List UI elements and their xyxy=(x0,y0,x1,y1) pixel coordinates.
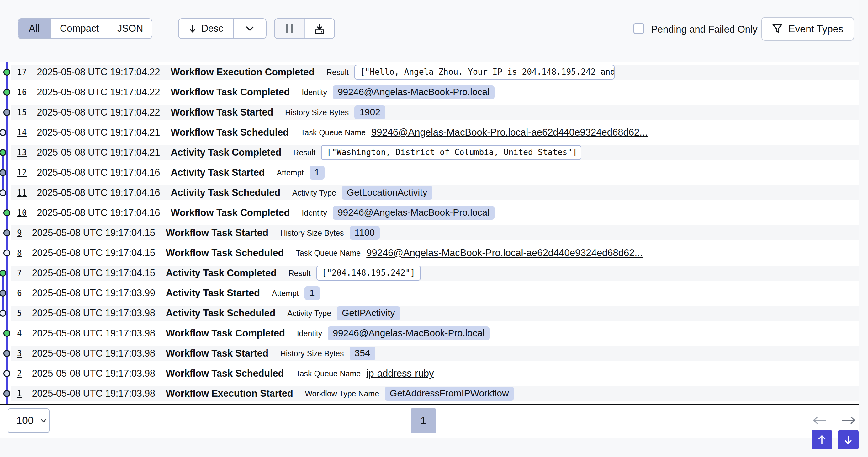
event-detail-value-code: ["204.148.195.242"] xyxy=(316,265,421,281)
timeline-dot-scheduled xyxy=(3,250,10,256)
event-detail-label: Identity xyxy=(297,329,322,338)
event-id-link[interactable]: 3 xyxy=(17,349,22,358)
scroll-to-bottom-button[interactable] xyxy=(838,430,859,450)
event-id-link[interactable]: 2 xyxy=(17,369,22,378)
event-detail-value-link[interactable]: 99246@Angelas-MacBook-Pro.local-ae62d440… xyxy=(371,127,648,138)
event-detail-value-badge: GetAddressFromIPWorkflow xyxy=(385,387,514,400)
event-detail-label: Result xyxy=(288,269,311,278)
event-id-link[interactable]: 16 xyxy=(17,88,27,97)
event-name: Workflow Task Started xyxy=(170,107,273,118)
event-detail-value-badge: 1100 xyxy=(350,226,380,240)
workflow-history-page: { "toolbar": { "view_tabs": [ {"label": … xyxy=(0,0,868,457)
timeline-graph xyxy=(0,62,11,404)
event-id-link[interactable]: 8 xyxy=(17,248,22,258)
event-row[interactable]: 52025-05-08 UTC 19:17:03.98Activity Task… xyxy=(11,303,859,323)
event-id-link[interactable]: 1 xyxy=(17,389,22,398)
event-detail-value-code: ["Washington, District of Columbia, Unit… xyxy=(321,145,581,160)
sort-desc-button[interactable]: Desc xyxy=(179,19,233,38)
event-detail-value-badge: 1 xyxy=(305,286,320,300)
event-detail-value-badge: 99246@Angelas-MacBook-Pro.local xyxy=(333,85,495,99)
event-row[interactable]: 82025-05-08 UTC 19:17:04.15Workflow Task… xyxy=(11,243,859,263)
event-detail-value-badge: 354 xyxy=(350,346,375,360)
event-id-link[interactable]: 10 xyxy=(17,208,27,218)
event-detail-label: Attempt xyxy=(272,289,299,298)
event-row[interactable]: 102025-05-08 UTC 19:17:04.16Workflow Tas… xyxy=(11,203,859,223)
previous-page-arrow[interactable] xyxy=(812,416,827,425)
tab-all[interactable]: All xyxy=(18,19,50,38)
scroll-to-top-button[interactable] xyxy=(811,430,832,450)
event-id-link[interactable]: 15 xyxy=(17,108,27,117)
event-name: Workflow Execution Completed xyxy=(170,66,314,78)
event-row[interactable]: 42025-05-08 UTC 19:17:03.98Workflow Task… xyxy=(11,323,859,343)
event-detail-label: Task Queue Name xyxy=(296,249,361,258)
event-timestamp: 2025-05-08 UTC 19:17:04.15 xyxy=(32,247,155,259)
download-button[interactable] xyxy=(305,19,334,38)
event-id-link[interactable]: 6 xyxy=(17,288,22,298)
history-toolbar: All Compact JSON Desc xyxy=(0,0,859,61)
event-row[interactable]: 122025-05-08 UTC 19:17:04.16Activity Tas… xyxy=(11,163,859,183)
event-id-link[interactable]: 5 xyxy=(17,309,22,318)
event-row[interactable]: 162025-05-08 UTC 19:17:04.22Workflow Tas… xyxy=(11,82,859,102)
event-detail-label: History Size Bytes xyxy=(285,108,349,117)
timeline-dot-started xyxy=(3,350,10,357)
event-timestamp: 2025-05-08 UTC 19:17:04.16 xyxy=(37,207,160,219)
page-size-value: 100 xyxy=(16,415,34,427)
arrow-down-icon xyxy=(844,435,852,445)
event-id-link[interactable]: 13 xyxy=(17,148,27,157)
event-row[interactable]: 32025-05-08 UTC 19:17:03.98Workflow Task… xyxy=(11,343,859,364)
event-row[interactable]: 112025-05-08 UTC 19:17:04.16Activity Tas… xyxy=(11,183,859,203)
event-id-link[interactable]: 12 xyxy=(17,168,27,177)
event-id-link[interactable]: 11 xyxy=(17,188,27,197)
event-row[interactable]: 12025-05-08 UTC 19:17:03.98Workflow Exec… xyxy=(11,383,859,404)
event-id-link[interactable]: 9 xyxy=(17,228,22,237)
event-detail-label: Task Queue Name xyxy=(301,128,366,137)
chevron-down-icon xyxy=(246,26,254,31)
event-detail-value-link[interactable]: ip-address-ruby xyxy=(366,368,434,379)
event-id-link[interactable]: 7 xyxy=(17,268,22,278)
event-detail-label: History Size Bytes xyxy=(280,229,344,237)
event-name: Activity Task Scheduled xyxy=(166,308,276,319)
event-detail-value-badge: 1902 xyxy=(354,106,385,119)
event-row[interactable]: 172025-05-08 UTC 19:17:04.22Workflow Exe… xyxy=(11,62,859,82)
event-detail-value-link[interactable]: 99246@Angelas-MacBook-Pro.local-ae62d440… xyxy=(366,247,643,259)
event-timestamp: 2025-05-08 UTC 19:17:04.21 xyxy=(37,147,160,158)
next-page-arrow[interactable] xyxy=(841,416,856,425)
event-detail-label: Activity Type xyxy=(287,309,331,318)
event-name: Activity Task Completed xyxy=(170,147,281,158)
event-name: Activity Task Scheduled xyxy=(170,187,280,198)
event-id-link[interactable]: 4 xyxy=(17,329,22,338)
pending-failed-checkbox[interactable] xyxy=(633,23,644,34)
page-size-select[interactable]: 100 xyxy=(7,408,50,433)
page-number-button[interactable]: 1 xyxy=(411,408,436,433)
event-row[interactable]: 62025-05-08 UTC 19:17:03.99Activity Task… xyxy=(11,283,859,303)
timeline-dot-completed xyxy=(3,89,10,96)
event-name: Workflow Task Started xyxy=(166,227,269,238)
tab-json[interactable]: JSON xyxy=(108,19,152,38)
event-row[interactable]: 142025-05-08 UTC 19:17:04.21Workflow Tas… xyxy=(11,122,859,143)
event-row[interactable]: 92025-05-08 UTC 19:17:04.15Workflow Task… xyxy=(11,223,859,243)
event-name: Activity Task Started xyxy=(166,287,260,299)
event-name: Workflow Execution Started xyxy=(166,388,293,399)
sort-descending-arrow-icon xyxy=(189,24,196,33)
event-detail-value-badge: 99246@Angelas-MacBook-Pro.local xyxy=(328,326,490,340)
event-row[interactable]: 22025-05-08 UTC 19:17:03.98Workflow Task… xyxy=(11,364,859,383)
event-row[interactable]: 72025-05-08 UTC 19:17:04.15Activity Task… xyxy=(11,263,859,283)
event-detail-value-badge: GetLocationActivity xyxy=(342,186,432,200)
view-mode-tabs: All Compact JSON xyxy=(18,18,152,39)
event-id-link[interactable]: 17 xyxy=(17,67,27,77)
event-name: Workflow Task Completed xyxy=(170,87,290,98)
event-row[interactable]: 152025-05-08 UTC 19:17:04.22Workflow Tas… xyxy=(11,102,859,122)
event-detail-label: Attempt xyxy=(277,168,304,177)
event-detail-label: Identity xyxy=(302,208,327,218)
event-types-filter-button[interactable]: Event Types xyxy=(762,17,854,41)
chevron-down-icon xyxy=(40,419,47,423)
sort-options-dropdown-button[interactable] xyxy=(233,19,266,38)
tab-compact[interactable]: Compact xyxy=(50,19,108,38)
pause-button[interactable] xyxy=(275,19,305,38)
event-types-label: Event Types xyxy=(788,23,843,35)
event-id-link[interactable]: 14 xyxy=(17,128,27,137)
event-row[interactable]: 132025-05-08 UTC 19:17:04.21Activity Tas… xyxy=(11,143,859,163)
event-timestamp: 2025-05-08 UTC 19:17:04.15 xyxy=(32,267,155,279)
event-name: Activity Task Completed xyxy=(166,267,277,279)
event-rows: 172025-05-08 UTC 19:17:04.22Workflow Exe… xyxy=(11,62,859,404)
